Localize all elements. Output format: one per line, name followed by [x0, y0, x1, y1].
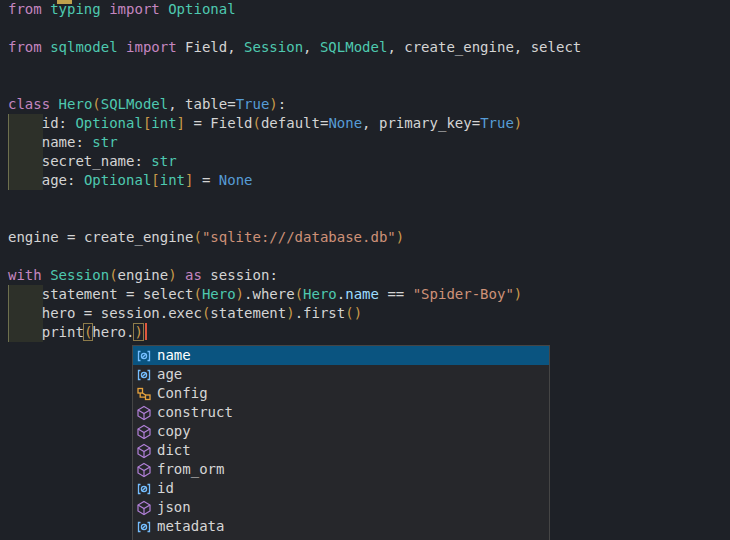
code-line: print(hero.)	[0, 323, 730, 342]
suggestion-item[interactable]: name	[133, 346, 549, 365]
code-token: engine	[118, 267, 169, 283]
code-token	[160, 1, 168, 17]
suggestion-label: name	[157, 346, 191, 365]
code-token: )	[286, 305, 294, 321]
code-token: :	[269, 267, 277, 283]
suggestion-label: age	[157, 365, 182, 384]
code-area[interactable]: from typing import Optionalfrom sqlmodel…	[0, 0, 730, 342]
code-token: exec	[168, 305, 202, 321]
code-token: :	[278, 96, 286, 112]
code-line: secret_name: str	[0, 152, 730, 171]
code-token: Optional	[75, 115, 142, 131]
code-token: :	[134, 153, 151, 169]
matched-bracket: )	[134, 324, 142, 340]
code-token: ,	[387, 39, 404, 55]
code-token: [	[151, 172, 159, 188]
code-token: )	[236, 286, 244, 302]
code-token: where	[252, 286, 294, 302]
code-token: )	[514, 286, 522, 302]
code-token: )	[396, 229, 404, 245]
code-line: id: Optional[int] = Field(default=None, …	[0, 114, 730, 133]
code-token: =	[472, 115, 480, 131]
symbol-method-icon	[136, 443, 152, 459]
code-token: with	[8, 267, 42, 283]
code-token: Optional	[84, 172, 151, 188]
code-line	[0, 19, 730, 38]
code-token: import	[109, 1, 160, 17]
symbol-class-icon	[136, 386, 152, 402]
code-token: None	[219, 172, 253, 188]
code-line: with Session(engine) as session:	[0, 266, 730, 285]
code-line	[0, 76, 730, 95]
code-token: hero	[42, 305, 76, 321]
code-token	[8, 286, 42, 302]
suggestion-item[interactable]: Config	[133, 384, 549, 403]
code-line: engine = create_engine("sqlite:///databa…	[0, 228, 730, 247]
code-token: (	[253, 115, 261, 131]
code-token: (	[295, 286, 303, 302]
code-token: =	[118, 286, 143, 302]
suggestion-item[interactable]: json	[133, 498, 549, 517]
code-token: Field	[210, 115, 252, 131]
code-token	[50, 96, 58, 112]
code-token: )	[269, 96, 277, 112]
code-token: Session	[50, 267, 109, 283]
code-token: )	[168, 267, 176, 283]
symbol-method-icon	[136, 500, 152, 516]
text-cursor	[145, 323, 147, 340]
code-token: print	[42, 324, 84, 340]
code-token	[8, 134, 42, 150]
code-token: select	[531, 39, 582, 55]
code-token	[118, 39, 126, 55]
suggestion-label: metadata	[157, 517, 224, 536]
code-token: int	[151, 115, 176, 131]
autocomplete-popup: nameageConfigconstructcopydictfrom_ormid…	[132, 345, 550, 540]
code-token: hero	[92, 324, 126, 340]
code-token: .	[160, 305, 168, 321]
symbol-field-icon	[136, 519, 152, 535]
code-token	[42, 1, 50, 17]
code-line	[0, 57, 730, 76]
code-token: int	[160, 172, 185, 188]
code-token: id	[42, 115, 59, 131]
symbol-method-icon	[136, 424, 152, 440]
suggestion-item[interactable]: age	[133, 365, 549, 384]
code-token: True	[480, 115, 514, 131]
code-token: primary_key	[379, 115, 472, 131]
suggestion-item[interactable]: metadata	[133, 517, 549, 536]
code-token	[8, 172, 42, 188]
code-token: SQLModel	[101, 96, 168, 112]
code-line: age: Optional[int] = None	[0, 171, 730, 190]
code-token: import	[126, 39, 177, 55]
code-token: str	[92, 134, 117, 150]
suggestion-label: id	[157, 479, 174, 498]
code-token: name	[345, 286, 379, 302]
code-token: sqlmodel	[50, 39, 117, 55]
code-line: from sqlmodel import Field, Session, SQL…	[0, 38, 730, 57]
suggestion-label: copy	[157, 422, 191, 441]
code-token: select	[143, 286, 194, 302]
code-token: create_engine	[404, 39, 514, 55]
code-token: (	[193, 229, 201, 245]
code-token: (	[109, 267, 117, 283]
code-token: (	[193, 286, 201, 302]
code-token: session	[101, 305, 160, 321]
suggestion-item[interactable]: copy	[133, 422, 549, 441]
suggestion-item[interactable]: from_orm	[133, 460, 549, 479]
code-token	[42, 39, 50, 55]
code-token: ,	[362, 115, 379, 131]
code-token: as	[185, 267, 202, 283]
code-token	[8, 305, 42, 321]
code-token: first	[303, 305, 345, 321]
code-token: engine	[8, 229, 59, 245]
code-token: .	[295, 305, 303, 321]
code-token: :	[67, 172, 84, 188]
code-token: default	[261, 115, 320, 131]
code-token: =	[185, 115, 210, 131]
code-token: =	[59, 229, 84, 245]
code-token: =	[75, 305, 100, 321]
suggestion-item[interactable]: id	[133, 479, 549, 498]
suggestion-item[interactable]: construct	[133, 403, 549, 422]
code-token: .	[337, 286, 345, 302]
suggestion-item[interactable]: dict	[133, 441, 549, 460]
